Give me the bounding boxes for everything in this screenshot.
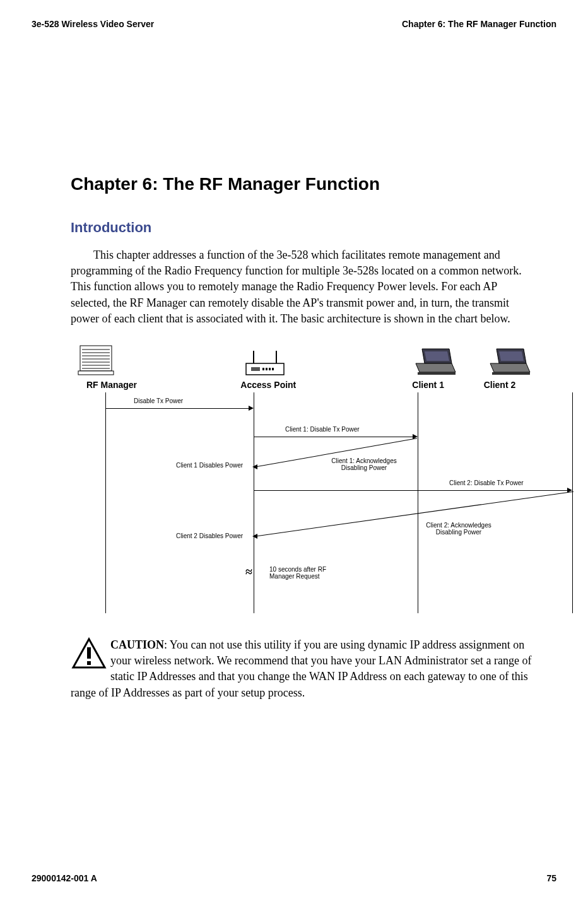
- svg-rect-8: [78, 371, 114, 375]
- msg-c2-disable: Client 2: Disable Tx Power: [449, 479, 524, 486]
- msg-c2-ack: Client 2: Acknowledges Disabling Power: [418, 522, 500, 536]
- svg-rect-14: [272, 368, 274, 370]
- server-icon: [77, 344, 115, 376]
- label-rf-manager: RF Manager: [74, 380, 150, 390]
- lifeline-access-point: [254, 392, 254, 613]
- arrow-line: [254, 437, 415, 437]
- diagram-icons-row: [71, 344, 538, 376]
- svg-rect-12: [266, 368, 268, 370]
- section-title: Introduction: [71, 220, 556, 236]
- page-footer: 29000142-001 A 75: [32, 873, 556, 883]
- msg-c1-disables: Client 1 Disables Power: [176, 462, 243, 469]
- sequence-area: Disable Tx Power Client 1: Disable Tx Po…: [71, 392, 538, 620]
- svg-rect-10: [251, 367, 260, 371]
- svg-rect-17: [418, 372, 456, 375]
- msg-pause: 10 seconds after RF Manager Request: [269, 566, 339, 580]
- caution-label: CAUTION: [110, 638, 164, 651]
- label-client2: Client 2: [468, 380, 531, 390]
- header-left: 3e-528 Wireless Video Server: [32, 19, 154, 29]
- msg-c1-disable: Client 1: Disable Tx Power: [285, 426, 360, 433]
- msg-c2-disables: Client 2 Disables Power: [176, 532, 243, 539]
- header-right: Chapter 6: The RF Manager Function: [402, 19, 556, 29]
- arrow-line: [254, 491, 573, 537]
- footer-right: 75: [546, 873, 556, 883]
- caution-block: CAUTION: You can not use this utility if…: [71, 637, 538, 701]
- footer-left: 29000142-001 A: [32, 873, 97, 883]
- svg-rect-18: [492, 372, 530, 375]
- diagram-labels-row: RF Manager Access Point Client 1 Client …: [71, 380, 538, 390]
- arrow-icon: [252, 534, 257, 539]
- svg-rect-13: [269, 368, 271, 370]
- lifeline-rf-manager: [105, 392, 106, 613]
- arrow-line: [254, 490, 569, 491]
- lifeline-client2: [572, 392, 573, 613]
- pause-icon: ≈: [245, 565, 252, 579]
- lifeline-client1: [418, 392, 418, 613]
- svg-rect-20: [87, 661, 91, 665]
- access-point-icon: [240, 348, 290, 376]
- arrow-line: [105, 408, 250, 409]
- page-header: 3e-528 Wireless Video Server Chapter 6: …: [32, 19, 556, 29]
- label-access-point: Access Point: [230, 380, 306, 390]
- msg-c1-ack: Client 1: Acknowledges Disabling Power: [323, 457, 405, 471]
- intro-paragraph: This chapter addresses a function of the…: [71, 247, 538, 327]
- svg-rect-11: [262, 368, 264, 370]
- caution-text: CAUTION: You can not use this utility if…: [71, 638, 532, 699]
- laptop-icon: [487, 346, 531, 376]
- label-client1: Client 1: [397, 380, 460, 390]
- sequence-diagram: RF Manager Access Point Client 1 Client …: [71, 344, 538, 620]
- msg-disable-tx: Disable Tx Power: [134, 397, 183, 404]
- arrow-icon: [249, 406, 254, 411]
- svg-rect-19: [87, 647, 91, 659]
- caution-icon: [71, 637, 107, 672]
- laptop-icon: [413, 346, 457, 376]
- chapter-title: Chapter 6: The RF Manager Function: [71, 174, 556, 194]
- arrow-icon: [252, 464, 257, 469]
